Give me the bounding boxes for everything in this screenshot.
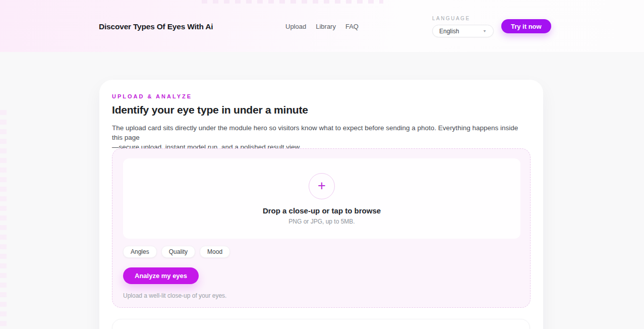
upload-caption: Upload a well-lit close-up of your eyes. [123,292,226,299]
try-it-now-button[interactable]: Try it now [501,19,551,33]
language-selector-group: LANGUAGE English ▼ [432,16,494,37]
dropzone-title: Drop a close-up or tap to browse [123,206,520,215]
plus-icon: + [309,173,335,199]
chip-mood[interactable]: Mood [200,246,230,258]
nav-link-upload[interactable]: Upload [285,23,306,30]
language-select[interactable]: English ▼ [432,25,494,37]
chip-quality[interactable]: Quality [161,246,195,258]
nav-link-faq[interactable]: FAQ [345,23,359,30]
page: Discover Types Of Eyes With Ai Upload Li… [0,0,644,329]
top-dashed-border-decoration [202,0,383,4]
language-label: LANGUAGE [432,16,494,21]
chips-row: Angles Quality Mood [123,246,230,258]
language-selected-value: English [439,28,459,35]
dropzone[interactable]: + Drop a close-up or tap to browse PNG o… [123,158,520,239]
upload-card: + Drop a close-up or tap to browse PNG o… [112,148,531,308]
chevron-down-icon: ▼ [483,29,487,33]
plus-glyph: + [318,179,326,193]
main-nav: Upload Library FAQ [285,23,359,30]
next-section-card [112,319,530,329]
analyze-button[interactable]: Analyze my eyes [123,267,199,284]
nav-link-library[interactable]: Library [316,23,336,30]
chip-angles[interactable]: Angles [123,246,157,258]
section-description: The upload card sits directly under the … [112,123,528,152]
section-heading: Identify your eye type in under a minute [112,104,308,116]
dropzone-subtitle: PNG or JPG, up to 5MB. [123,218,520,225]
section-eyebrow: UPLOAD & ANALYZE [112,93,192,99]
left-dashed-border-decoration [0,110,7,329]
site-title: Discover Types Of Eyes With Ai [99,22,213,31]
upload-module-card: UPLOAD & ANALYZE Identify your eye type … [99,80,543,329]
